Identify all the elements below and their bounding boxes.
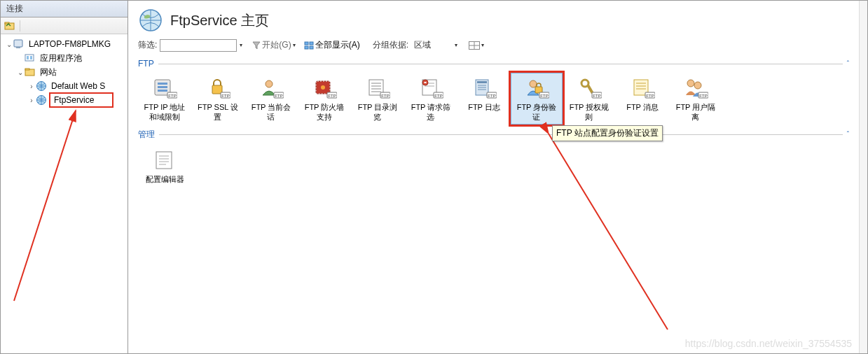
svg-rect-47 xyxy=(425,82,427,83)
ftp-feature-item[interactable]: FTPFTP 日志 xyxy=(457,73,511,125)
chevron-down-icon[interactable]: ▾ xyxy=(455,42,457,48)
title-bar: FtpService 主页 xyxy=(128,1,859,37)
content-panel: FtpService 主页 筛选: ▾ 开始(G) ▾ 全部显示(A) 分组依据… xyxy=(128,1,859,353)
ftp-feature-item[interactable]: FTPFTP 消息 xyxy=(616,73,669,125)
collapse-caret-icon[interactable]: ˆ xyxy=(843,131,849,139)
group-by-value[interactable]: 区域 xyxy=(411,39,452,51)
management-feature-label: 配置编辑器 xyxy=(146,174,184,184)
globe-icon xyxy=(36,80,47,92)
section-divider xyxy=(159,134,843,135)
ftp-feature-item[interactable]: FTPFTP 当前会 话 xyxy=(244,73,298,125)
ftp-feature-icon: FTP xyxy=(365,76,390,101)
start-button[interactable]: 开始(G) ▾ xyxy=(249,38,298,52)
ftp-feature-item[interactable]: FTPFTP IP 地址 和域限制 xyxy=(138,73,191,125)
ftp-feature-icon: FTP xyxy=(630,76,655,101)
tree-node-sites[interactable]: ⌄ 网站 xyxy=(2,65,126,79)
expander-icon[interactable]: ⌄ xyxy=(5,41,13,48)
right-strip xyxy=(859,1,867,353)
ftp-feature-item[interactable]: FTPFTP 身份验 证 xyxy=(511,73,563,125)
tree-node-ftpservice[interactable]: › FtpService xyxy=(2,93,126,107)
svg-text:FTP: FTP xyxy=(221,94,229,98)
svg-rect-2 xyxy=(14,40,22,47)
svg-point-33 xyxy=(321,85,325,90)
tree-label: Default Web S xyxy=(49,80,107,92)
grid-view-icon xyxy=(469,41,480,50)
svg-point-28 xyxy=(266,80,273,87)
ftp-feature-item[interactable]: FTPFTP 目录浏 览 xyxy=(351,73,404,125)
svg-rect-22 xyxy=(158,90,167,92)
svg-rect-12 xyxy=(305,42,308,45)
ftp-feature-icon: FTP xyxy=(524,76,549,101)
ftp-feature-item[interactable]: FTPFTP 用户隔 离 xyxy=(669,73,722,125)
expander-icon[interactable]: › xyxy=(27,97,36,104)
view-mode-button[interactable]: ▾ xyxy=(466,41,487,50)
chevron-down-icon: ▾ xyxy=(481,42,484,48)
funnel-icon xyxy=(252,41,261,50)
ftp-feature-item[interactable]: FTPFTP 请求筛 选 xyxy=(404,73,457,125)
ftp-section: FTP ˆ FTPFTP IP 地址 和域限制FTPFTP SSL 设 置FTP… xyxy=(128,56,859,126)
ftp-feature-label: FTP 用户隔 离 xyxy=(676,102,716,122)
tree-node-app-pools[interactable]: 应用程序池 xyxy=(2,51,126,65)
section-header-ftp[interactable]: FTP ˆ xyxy=(138,59,849,69)
svg-text:FTP: FTP xyxy=(593,94,600,98)
svg-text:FTP: FTP xyxy=(381,94,389,98)
section-header-management[interactable]: 管理 ˆ xyxy=(138,129,849,141)
chevron-down-icon: ▾ xyxy=(293,42,296,48)
management-feature-item[interactable]: 配置编辑器 xyxy=(138,145,191,187)
ftp-feature-label: FTP 日志 xyxy=(468,102,500,112)
svg-text:FTP: FTP xyxy=(434,94,442,98)
svg-rect-21 xyxy=(158,86,167,88)
chevron-down-icon[interactable]: ▾ xyxy=(240,42,242,48)
server-icon xyxy=(13,38,25,50)
ftp-feature-item[interactable]: FTPFTP 防火墙 支持 xyxy=(298,73,351,125)
ftp-feature-item[interactable]: FTPFTP 授权规 则 xyxy=(563,73,616,125)
expander-icon[interactable]: › xyxy=(27,83,36,90)
svg-text:FTP: FTP xyxy=(646,94,654,98)
config-editor-icon xyxy=(152,148,177,173)
connections-toolbar xyxy=(1,17,128,34)
ftp-feature-label: FTP IP 地址 和域限制 xyxy=(144,102,186,122)
svg-rect-13 xyxy=(310,42,313,45)
ftp-feature-label: FTP 目录浏 览 xyxy=(358,102,398,122)
expander-icon[interactable]: ⌄ xyxy=(16,69,25,76)
ftp-feature-icon: FTP xyxy=(312,76,337,101)
show-all-icon xyxy=(304,41,314,50)
ftp-feature-icon: FTP xyxy=(471,76,497,101)
ftp-feature-label: FTP 授权规 则 xyxy=(570,102,609,122)
sites-folder-icon xyxy=(25,66,36,78)
ftp-feature-icon: FTP xyxy=(577,76,602,101)
site-globe-icon xyxy=(138,8,163,33)
toolbar-open-icon[interactable] xyxy=(4,20,16,32)
tree-node-default-site[interactable]: › Default Web S xyxy=(2,79,126,93)
svg-rect-20 xyxy=(158,83,167,85)
ftp-icon-grid: FTPFTP IP 地址 和域限制FTPFTP SSL 设 置FTPFTP 当前… xyxy=(138,69,849,126)
ftp-feature-icon: FTP xyxy=(205,76,230,101)
app-pools-icon xyxy=(25,52,36,64)
section-title: 管理 xyxy=(138,129,159,141)
svg-point-71 xyxy=(687,80,694,87)
globe-icon xyxy=(36,94,47,106)
ftp-feature-item[interactable]: FTPFTP SSL 设 置 xyxy=(191,73,244,125)
svg-rect-3 xyxy=(16,47,20,48)
collapse-caret-icon[interactable]: ˆ xyxy=(843,60,849,68)
filter-input[interactable] xyxy=(160,39,237,52)
show-all-button[interactable]: 全部显示(A) xyxy=(301,38,363,52)
ftp-feature-icon: FTP xyxy=(418,76,443,101)
svg-text:FTP: FTP xyxy=(540,94,548,98)
svg-text:FTP: FTP xyxy=(488,94,495,98)
tree-node-server[interactable]: ⌄ LAPTOP-FM8PLMKG xyxy=(2,37,126,51)
svg-rect-6 xyxy=(30,56,32,59)
svg-rect-4 xyxy=(25,55,34,61)
page-title: FtpService 主页 xyxy=(170,11,269,30)
ftp-feature-label: FTP 消息 xyxy=(626,102,659,112)
management-section: 管理 ˆ 配置编辑器 xyxy=(128,126,859,188)
tree-label: FtpService xyxy=(49,92,113,108)
show-all-label: 全部显示(A) xyxy=(315,39,360,51)
connections-tree: ⌄ LAPTOP-FM8PLMKG 应用程序池 ⌄ 网站 xyxy=(1,34,128,353)
svg-point-72 xyxy=(694,82,701,89)
svg-rect-5 xyxy=(27,56,29,59)
filter-bar: 筛选: ▾ 开始(G) ▾ 全部显示(A) 分组依据: 区域 ▾ ▾ xyxy=(128,37,859,56)
ftp-feature-icon: FTP xyxy=(152,76,177,101)
toolbar-separator xyxy=(20,20,20,31)
group-by-label: 分组依据: xyxy=(373,39,408,51)
